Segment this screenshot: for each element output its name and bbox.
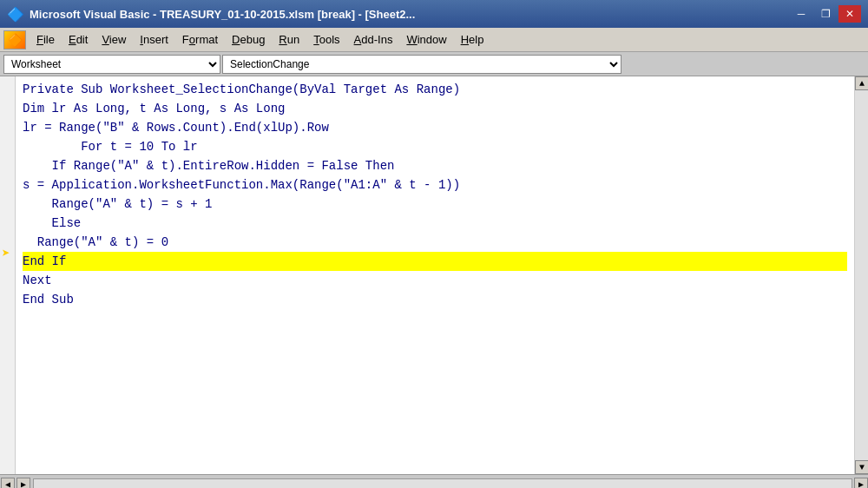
code-line-4: For t = 10 To lr: [23, 137, 847, 156]
menu-tools[interactable]: Tools: [306, 31, 346, 48]
object-dropdown[interactable]: Worksheet: [3, 55, 220, 74]
code-line-1: Private Sub Worksheet_SelectionChange(By…: [23, 80, 847, 99]
scroll-left-button[interactable]: ◀: [1, 478, 15, 489]
close-button[interactable]: ✕: [838, 5, 861, 23]
debug-arrow-icon: ➤: [2, 245, 10, 262]
code-line-8: Else: [23, 214, 847, 233]
scroll-track[interactable]: [855, 90, 868, 460]
procedure-dropdown[interactable]: SelectionChange: [222, 55, 621, 74]
minimize-button[interactable]: ─: [790, 5, 812, 23]
menu-view[interactable]: View: [95, 31, 133, 48]
code-line-11: Next: [23, 271, 847, 290]
code-line-3: lr = Range("B" & Rows.Count).End(xlUp).R…: [23, 118, 847, 137]
scroll-up-button[interactable]: ▲: [855, 76, 868, 90]
code-line-12: End Sub: [23, 290, 847, 309]
horizontal-scroll-track[interactable]: [33, 478, 852, 489]
code-container: ➤ Private Sub Worksheet_SelectionChange(…: [0, 76, 868, 474]
code-line-9: Range("A" & t) = 0: [23, 233, 847, 252]
menu-file[interactable]: File: [30, 31, 62, 48]
window-controls: ─ ❐ ✕: [790, 5, 861, 23]
scroll-right-button[interactable]: ▶: [16, 478, 30, 489]
menu-debug[interactable]: Debug: [225, 31, 272, 48]
menu-format[interactable]: Format: [175, 31, 225, 48]
code-line-5: If Range("A" & t).EntireRow.Hidden = Fal…: [23, 156, 847, 175]
code-editor[interactable]: Private Sub Worksheet_SelectionChange(By…: [16, 76, 854, 474]
menu-bar: 🔶 File Edit View Insert Format Debug Run…: [0, 28, 868, 52]
scroll-down-button[interactable]: ▼: [855, 460, 868, 474]
window-title: Microsoft Visual Basic - TREASURY_01-10-…: [30, 8, 790, 21]
menu-help[interactable]: Help: [454, 31, 491, 48]
menu-edit[interactable]: Edit: [62, 31, 95, 48]
toolbar-row: Worksheet SelectionChange: [0, 52, 868, 76]
menu-run[interactable]: Run: [272, 31, 306, 48]
debug-gutter: ➤: [0, 76, 16, 474]
menu-insert[interactable]: Insert: [133, 31, 175, 48]
menu-addins[interactable]: Add-Ins: [347, 31, 400, 48]
code-line-6: s = Application.WorksheetFunction.Max(Ra…: [23, 175, 847, 195]
vba-icon: 🔶: [3, 30, 26, 49]
title-bar: 🔷 Microsoft Visual Basic - TREASURY_01-1…: [0, 0, 868, 28]
code-line-10: End If: [23, 252, 847, 271]
restore-button[interactable]: ❐: [814, 5, 837, 23]
horizontal-scrollbar-area: ◀ ▶ ▶: [0, 474, 868, 488]
vertical-scrollbar[interactable]: ▲ ▼: [854, 76, 868, 474]
menu-window[interactable]: Window: [399, 31, 453, 48]
code-line-2: Dim lr As Long, t As Long, s As Long: [23, 99, 847, 118]
app-icon: 🔷: [7, 5, 24, 23]
code-line-7: Range("A" & t) = s + 1: [23, 195, 847, 214]
scroll-h-right-button[interactable]: ▶: [854, 478, 868, 489]
